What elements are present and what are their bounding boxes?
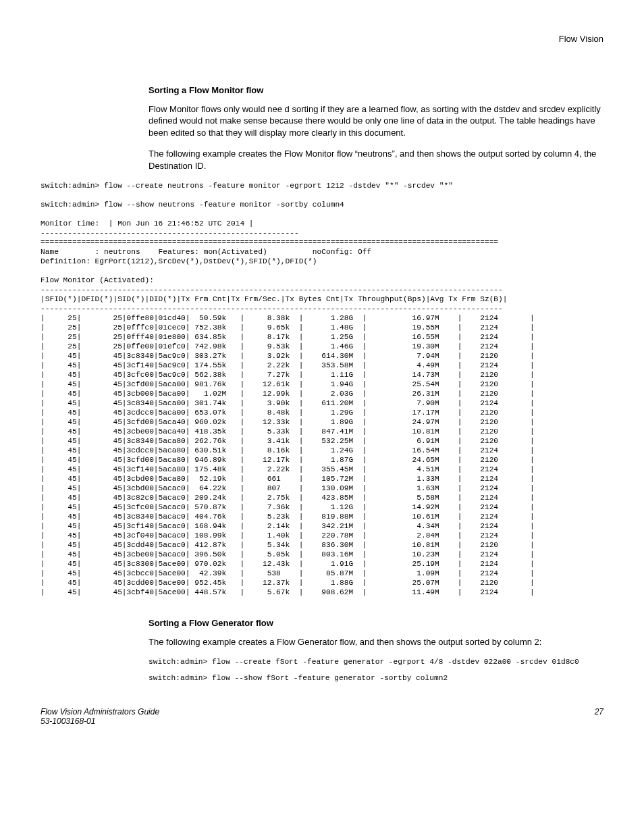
para-monitor-example: The following example creates the Flow M… xyxy=(149,148,603,172)
console-output-monitor: switch:admin> flow --create neutrons -fe… xyxy=(41,181,603,597)
running-head: Flow Vision xyxy=(41,34,603,44)
para-generator-intro: The following example creates a Flow Gen… xyxy=(149,636,603,648)
heading-sorting-generator-flow: Sorting a Flow Generator flow xyxy=(149,617,603,629)
footer-docnum: 53-1003168-01 xyxy=(41,716,159,726)
para-monitor-intro: Flow Monitor flows only would nee d sort… xyxy=(149,103,603,139)
console-generator-cmd2: switch:admin> flow --show fSort -feature… xyxy=(149,673,603,683)
heading-sorting-monitor-flow: Sorting a Flow Monitor flow xyxy=(149,84,603,97)
footer-pagenum: 27 xyxy=(595,707,603,726)
footer-title: Flow Vision Administrators Guide xyxy=(41,707,159,716)
console-generator-cmd1: switch:admin> flow --create fSort -featu… xyxy=(149,657,603,667)
page-footer: Flow Vision Administrators Guide 53-1003… xyxy=(41,707,603,726)
